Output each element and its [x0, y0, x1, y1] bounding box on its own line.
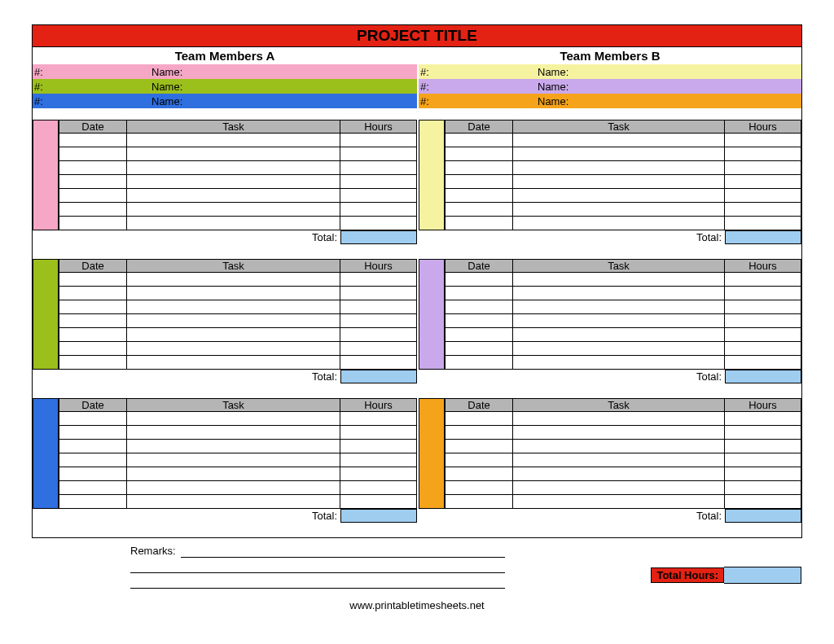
cell-date[interactable]: [59, 453, 127, 467]
cell-hours[interactable]: [725, 342, 801, 356]
cell-hours[interactable]: [725, 161, 801, 175]
cell-hours[interactable]: [340, 134, 417, 147]
cell-date[interactable]: [59, 189, 127, 203]
cell-hours[interactable]: [725, 467, 801, 481]
cell-date[interactable]: [59, 356, 127, 370]
cell-hours[interactable]: [340, 481, 417, 495]
cell-task[interactable]: [127, 453, 340, 467]
cell-hours[interactable]: [340, 189, 417, 203]
cell-hours[interactable]: [725, 328, 801, 342]
cell-hours[interactable]: [725, 495, 801, 509]
cell-hours[interactable]: [725, 453, 801, 467]
cell-task[interactable]: [127, 481, 340, 495]
cell-hours[interactable]: [725, 300, 801, 314]
block-total-value[interactable]: [340, 230, 417, 244]
cell-hours[interactable]: [340, 356, 417, 370]
cell-date[interactable]: [59, 412, 127, 426]
cell-date[interactable]: [59, 147, 127, 161]
cell-task[interactable]: [127, 342, 340, 356]
cell-task[interactable]: [513, 175, 725, 189]
cell-date[interactable]: [445, 287, 513, 300]
cell-date[interactable]: [445, 273, 513, 287]
cell-date[interactable]: [445, 203, 513, 217]
cell-task[interactable]: [127, 134, 340, 147]
cell-hours[interactable]: [725, 189, 801, 203]
cell-task[interactable]: [127, 426, 340, 440]
cell-date[interactable]: [59, 328, 127, 342]
cell-hours[interactable]: [340, 314, 417, 328]
cell-task[interactable]: [127, 412, 340, 426]
cell-hours[interactable]: [340, 467, 417, 481]
total-hours-value[interactable]: [724, 567, 801, 584]
cell-hours[interactable]: [340, 426, 417, 440]
cell-date[interactable]: [445, 217, 513, 230]
cell-task[interactable]: [513, 314, 725, 328]
cell-date[interactable]: [445, 328, 513, 342]
cell-hours[interactable]: [725, 175, 801, 189]
cell-hours[interactable]: [340, 328, 417, 342]
cell-hours[interactable]: [340, 273, 417, 287]
cell-hours[interactable]: [725, 287, 801, 300]
cell-task[interactable]: [127, 495, 340, 509]
cell-task[interactable]: [127, 467, 340, 481]
cell-hours[interactable]: [340, 161, 417, 175]
cell-date[interactable]: [445, 147, 513, 161]
block-total-value[interactable]: [340, 509, 417, 523]
cell-task[interactable]: [513, 453, 725, 467]
cell-task[interactable]: [513, 440, 725, 453]
block-total-value[interactable]: [725, 509, 801, 523]
cell-hours[interactable]: [340, 453, 417, 467]
remarks-line[interactable]: [130, 560, 505, 573]
cell-task[interactable]: [127, 300, 340, 314]
cell-task[interactable]: [127, 161, 340, 175]
cell-task[interactable]: [513, 495, 725, 509]
cell-task[interactable]: [513, 217, 725, 230]
cell-hours[interactable]: [725, 356, 801, 370]
cell-date[interactable]: [445, 481, 513, 495]
cell-date[interactable]: [59, 134, 127, 147]
cell-task[interactable]: [127, 189, 340, 203]
cell-date[interactable]: [59, 203, 127, 217]
cell-hours[interactable]: [725, 147, 801, 161]
cell-hours[interactable]: [725, 412, 801, 426]
cell-date[interactable]: [445, 356, 513, 370]
cell-task[interactable]: [513, 147, 725, 161]
cell-date[interactable]: [445, 495, 513, 509]
cell-task[interactable]: [127, 356, 340, 370]
cell-hours[interactable]: [340, 203, 417, 217]
cell-task[interactable]: [513, 342, 725, 356]
cell-date[interactable]: [445, 161, 513, 175]
cell-date[interactable]: [445, 440, 513, 453]
cell-hours[interactable]: [340, 300, 417, 314]
cell-date[interactable]: [59, 175, 127, 189]
cell-date[interactable]: [445, 175, 513, 189]
cell-hours[interactable]: [725, 273, 801, 287]
cell-task[interactable]: [513, 328, 725, 342]
cell-date[interactable]: [445, 342, 513, 356]
cell-date[interactable]: [59, 440, 127, 453]
cell-date[interactable]: [445, 412, 513, 426]
cell-task[interactable]: [127, 287, 340, 300]
cell-date[interactable]: [59, 426, 127, 440]
cell-hours[interactable]: [340, 287, 417, 300]
cell-date[interactable]: [59, 342, 127, 356]
cell-task[interactable]: [127, 314, 340, 328]
cell-task[interactable]: [127, 273, 340, 287]
cell-task[interactable]: [513, 134, 725, 147]
cell-hours[interactable]: [340, 342, 417, 356]
cell-date[interactable]: [445, 300, 513, 314]
cell-task[interactable]: [513, 203, 725, 217]
cell-date[interactable]: [445, 314, 513, 328]
cell-date[interactable]: [445, 467, 513, 481]
cell-hours[interactable]: [725, 203, 801, 217]
block-total-value[interactable]: [725, 230, 801, 244]
cell-date[interactable]: [445, 134, 513, 147]
block-total-value[interactable]: [340, 370, 417, 383]
cell-task[interactable]: [513, 467, 725, 481]
cell-task[interactable]: [513, 426, 725, 440]
cell-date[interactable]: [59, 495, 127, 509]
remarks-line[interactable]: [130, 576, 505, 589]
cell-date[interactable]: [445, 453, 513, 467]
cell-task[interactable]: [127, 175, 340, 189]
cell-date[interactable]: [59, 287, 127, 300]
